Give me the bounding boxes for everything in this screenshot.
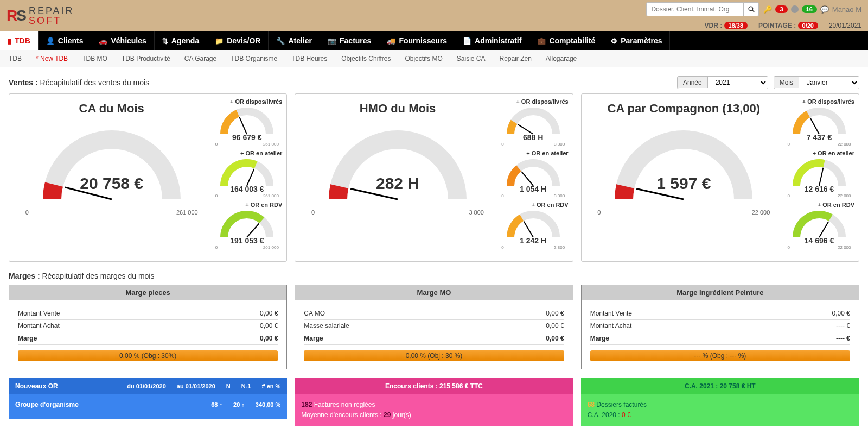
mini-gauge-scale: 0261 000 xyxy=(215,193,279,198)
nav-tab-label: Paramètres xyxy=(621,36,662,45)
subnav-item[interactable]: Objectifs Chiffres xyxy=(341,55,391,62)
gear-icon: ⚙ xyxy=(611,37,617,45)
svg-line-13 xyxy=(819,222,828,237)
mini-gauge-value: 12 616 € xyxy=(805,185,834,193)
nav-tab-agenda[interactable]: ⇅Agenda xyxy=(155,32,207,50)
subnav-item[interactable]: Repair Zen xyxy=(499,55,531,62)
stat-card-ca[interactable]: C.A. 2021 : 20 758 € HT 68 Dossiers fact… xyxy=(581,378,859,426)
nav-tab-administratif[interactable]: 📄Administratif xyxy=(455,32,529,50)
svg-line-5 xyxy=(247,223,259,237)
nav-tab-clients[interactable]: 👤Clients xyxy=(39,32,92,50)
subnav-item[interactable]: TDB xyxy=(9,55,22,62)
stat-card-nouveaux-or[interactable]: Nouveaux OR du 01/01/2020 au 01/01/2020 … xyxy=(9,378,287,426)
filter-month-label: Mois xyxy=(774,77,799,88)
subnav-item[interactable]: CA Garage xyxy=(184,55,216,62)
sub-nav: TDB* New TDBTDB MOTDB ProductivitéCA Gar… xyxy=(0,50,868,67)
marge-row: Marge0,00 € xyxy=(18,332,278,345)
search-input[interactable] xyxy=(646,2,744,16)
camera-icon: 📷 xyxy=(328,37,336,45)
subnav-item[interactable]: TDB MO xyxy=(82,55,107,62)
mini-gauge-svg xyxy=(503,105,563,137)
marge-row: Masse salariale0,00 € xyxy=(304,320,564,332)
mini-gauge-value: 164 003 € xyxy=(230,185,264,193)
top-status-line: VDR : 18/38 POINTAGE : 0/20 20/01/2021 xyxy=(705,22,862,29)
svg-line-12 xyxy=(819,168,823,186)
pointage-label: POINTAGE : xyxy=(758,22,796,29)
key-icon[interactable]: 🔑 xyxy=(763,5,772,14)
header-date: 20/01/2021 xyxy=(829,22,861,29)
svg-line-8 xyxy=(521,172,533,186)
mini-gauge-svg xyxy=(789,208,849,241)
vdr-label: VDR : xyxy=(705,22,723,29)
bottom-stats-row: Nouveaux OR du 01/01/2020 au 01/01/2020 … xyxy=(9,378,859,426)
nav-tab-label: Administratif xyxy=(475,36,521,45)
stat-card-encours[interactable]: Encours clients : 215 586 € TTC 182 Fact… xyxy=(295,378,573,426)
marge-row: Marge0,00 € xyxy=(304,332,564,345)
filter-year-label: Année xyxy=(678,77,708,88)
stat-green-head: C.A. 2021 : 20 758 € HT xyxy=(581,378,859,394)
mini-gauge-svg xyxy=(789,105,849,137)
chat-icon[interactable]: 💬 xyxy=(820,5,829,14)
mini-gauge-label: + OR en atelier xyxy=(498,150,569,156)
marge-head: Marge MO xyxy=(295,285,572,300)
mini-gauge-label: + OR en atelier xyxy=(784,150,854,156)
mini-gauge-label: + OR dispos/livrés xyxy=(498,98,569,105)
mini-gauge-scale: 03 800 xyxy=(501,245,565,250)
nav-tab-label: Clients xyxy=(58,36,84,45)
subnav-item[interactable]: TDB Organisme xyxy=(231,55,277,62)
marge-card: Marge Ingrédient Peinture Montant Vente0… xyxy=(581,285,859,369)
mini-gauge-value: 1 242 H xyxy=(520,236,546,245)
marge-row: CA MO0,00 € xyxy=(304,307,564,320)
mini-gauge: + OR en atelier 1 054 H 03 800 xyxy=(498,150,569,198)
mini-gauge-column: + OR dispos/livrés 7 437 € 022 000 + OR … xyxy=(784,98,854,252)
mini-gauge: + OR en RDV 191 053 € 0261 000 xyxy=(212,201,282,250)
subnav-item[interactable]: TDB Productivité xyxy=(122,55,170,62)
info-icon[interactable] xyxy=(791,5,799,13)
mini-gauge-label: + OR dispos/livrés xyxy=(784,98,854,105)
nav-tab-fournisseurs[interactable]: 🚚Fournisseurs xyxy=(379,32,455,50)
filter-year-select[interactable]: 2021 xyxy=(708,77,768,89)
marge-cards-row: Marge pieces Montant Vente0,00 €Montant … xyxy=(9,285,859,369)
marge-head: Marge pieces xyxy=(9,285,286,300)
mini-gauge-scale: 03 800 xyxy=(501,142,565,147)
nav-tab-comptabilité[interactable]: 💼Comptabilité xyxy=(529,32,603,50)
svg-line-1 xyxy=(752,10,754,12)
nav-tab-paramètres[interactable]: ⚙Paramètres xyxy=(603,32,670,50)
mini-gauge: + OR dispos/livrés 96 679 € 0261 000 xyxy=(212,98,282,147)
gauge-card: HMO du Mois 282 H 03 800 + OR dispos/liv… xyxy=(295,93,573,262)
nav-tab-véhicules[interactable]: 🚗Véhicules xyxy=(91,32,154,50)
subnav-item[interactable]: Allogarage xyxy=(546,55,577,62)
mini-gauge: + OR en RDV 1 242 H 03 800 xyxy=(498,201,569,250)
subnav-item[interactable]: Objectifs MO xyxy=(405,55,442,62)
gauge-scale: 022 000 xyxy=(597,209,770,216)
mini-gauge-svg xyxy=(789,156,849,189)
gauge-scale: 0261 000 xyxy=(25,209,198,216)
filter-year: Année 2021 xyxy=(677,76,768,89)
mini-gauge-svg xyxy=(217,208,277,241)
nav-tab-tdb[interactable]: ▮TDB xyxy=(0,32,39,50)
search-button[interactable] xyxy=(744,2,759,16)
nav-tab-devis/or[interactable]: 📁Devis/OR xyxy=(207,32,269,50)
subnav-item[interactable]: * New TDB xyxy=(36,55,68,62)
marge-card: Marge MO CA MO0,00 €Masse salariale0,00 … xyxy=(295,285,573,369)
nav-tab-atelier[interactable]: 🔧Atelier xyxy=(269,32,320,50)
mini-gauge-value: 688 H xyxy=(523,133,543,142)
marge-row: Montant Achat---- € xyxy=(590,320,850,332)
mini-gauge-svg xyxy=(503,156,563,189)
subnav-item[interactable]: Saisie CA xyxy=(457,55,486,62)
subnav-item[interactable]: TDB Heures xyxy=(291,55,327,62)
marges-title: Marges : Récapitulatif des marges du moi… xyxy=(9,272,154,280)
gauge-value: 20 758 € xyxy=(80,174,143,193)
nav-tab-factures[interactable]: 📷Factures xyxy=(320,32,379,50)
user-name[interactable]: Manao M xyxy=(832,5,861,14)
nav-tab-label: Atelier xyxy=(288,36,312,45)
mini-gauge-scale: 022 000 xyxy=(787,142,851,147)
filter-month-select[interactable]: Janvier xyxy=(799,77,859,89)
main-nav: ▮TDB👤Clients🚗Véhicules⇅Agenda📁Devis/OR🔧A… xyxy=(0,32,868,50)
truck-icon: 🚚 xyxy=(387,37,395,45)
nav-tab-label: TDB xyxy=(15,36,30,45)
mini-gauge: + OR en atelier 164 003 € 0261 000 xyxy=(212,150,282,198)
mini-gauge: + OR en atelier 12 616 € 022 000 xyxy=(784,150,854,198)
top-right-controls: 🔑 3 16 💬 Manao M xyxy=(646,2,861,16)
mini-gauge-value: 191 053 € xyxy=(230,236,264,245)
